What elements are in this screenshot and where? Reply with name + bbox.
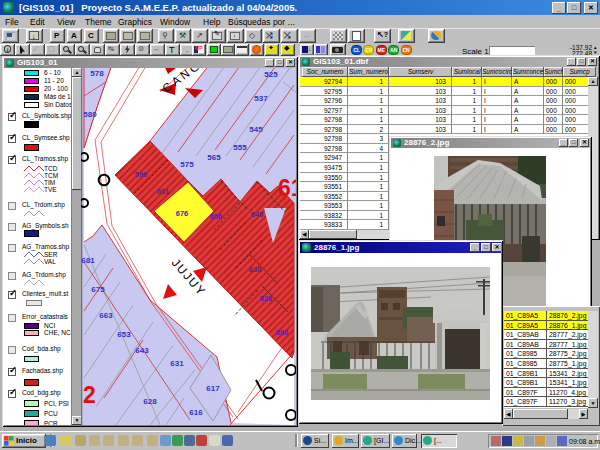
- svg-text:578: 578: [90, 69, 104, 78]
- svg-text:601: 601: [157, 187, 170, 196]
- svg-text:590: 590: [135, 170, 148, 179]
- svg-text:656: 656: [210, 212, 223, 221]
- svg-text:545: 545: [249, 125, 263, 134]
- svg-text:555: 555: [233, 143, 247, 152]
- svg-text:537: 537: [254, 94, 268, 103]
- svg-text:646: 646: [251, 210, 264, 219]
- svg-text:600: 600: [276, 328, 289, 337]
- svg-text:525: 525: [264, 70, 278, 79]
- svg-text:653: 653: [117, 330, 131, 339]
- svg-text:676: 676: [176, 209, 189, 218]
- svg-text:628: 628: [143, 397, 157, 406]
- svg-text:616: 616: [189, 408, 203, 417]
- svg-text:626: 626: [260, 294, 273, 303]
- svg-text:2: 2: [83, 382, 96, 408]
- svg-text:565: 565: [207, 153, 221, 162]
- svg-text:61: 61: [278, 175, 296, 201]
- svg-text:681: 681: [81, 256, 95, 265]
- svg-text:580: 580: [83, 110, 97, 119]
- svg-text:617: 617: [206, 384, 220, 393]
- svg-text:631: 631: [170, 359, 184, 368]
- svg-text:575: 575: [180, 160, 194, 169]
- svg-text:675: 675: [91, 285, 105, 294]
- svg-text:638: 638: [249, 265, 262, 274]
- svg-text:643: 643: [135, 346, 149, 355]
- svg-text:663: 663: [99, 311, 113, 320]
